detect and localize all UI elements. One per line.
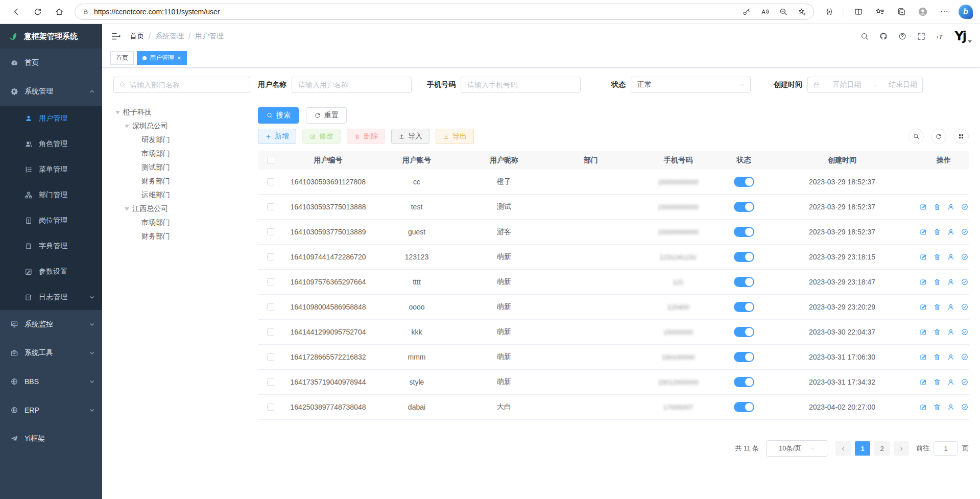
breadcrumb-system[interactable]: 系统管理 (155, 32, 184, 41)
status-toggle[interactable] (734, 327, 754, 337)
row-reset-password-icon[interactable] (947, 403, 955, 411)
sidebar-item-post-mgmt[interactable]: 岗位管理 (0, 208, 102, 233)
date-range-picker[interactable]: 开始日期 - 结束日期 (807, 77, 923, 93)
tree-node[interactable]: 橙子科技 (113, 105, 250, 119)
next-page-button[interactable]: › (894, 441, 909, 456)
fullscreen-icon[interactable] (917, 32, 926, 41)
row-assign-role-icon[interactable] (961, 253, 969, 261)
row-edit-icon[interactable] (919, 303, 927, 311)
row-assign-role-icon[interactable] (961, 353, 969, 361)
row-assign-role-icon[interactable] (961, 303, 969, 311)
row-delete-icon[interactable] (933, 403, 941, 411)
status-toggle[interactable] (734, 202, 754, 212)
row-reset-password-icon[interactable] (947, 303, 955, 311)
row-reset-password-icon[interactable] (947, 378, 955, 386)
password-icon[interactable] (742, 7, 751, 16)
caret-down-icon[interactable] (125, 207, 129, 210)
username-input[interactable] (298, 81, 405, 89)
sidebar-item-system-mgmt[interactable]: 系统管理 (0, 77, 102, 106)
sidebar-item-log-mgmt[interactable]: 日志管理 (0, 284, 102, 310)
caret-down-icon[interactable] (125, 125, 129, 128)
tree-node[interactable]: 深圳总公司 (113, 119, 250, 133)
row-checkbox[interactable] (267, 228, 274, 235)
status-toggle[interactable] (734, 352, 754, 362)
status-toggle[interactable] (734, 177, 754, 187)
row-reset-password-icon[interactable] (947, 203, 955, 211)
sidebar-item-bbs[interactable]: BBS (0, 367, 102, 396)
url-text[interactable]: https://ccnetcore.com:1101/system/user (94, 8, 737, 16)
row-assign-role-icon[interactable] (961, 203, 969, 211)
tree-node[interactable]: 研发部门 (113, 133, 250, 147)
sidebar-collapse-icon[interactable] (110, 31, 122, 42)
more-icon[interactable] (940, 7, 949, 16)
delete-button[interactable]: 删除 (347, 129, 385, 144)
tree-node[interactable]: 江西总公司 (113, 202, 250, 216)
row-checkbox[interactable] (267, 178, 274, 185)
status-toggle[interactable] (734, 377, 754, 387)
table-refresh-button[interactable] (931, 129, 946, 144)
zoom-out-icon[interactable] (779, 7, 788, 16)
browser-refresh-icon[interactable] (33, 7, 42, 16)
row-checkbox[interactable] (267, 303, 274, 311)
row-edit-icon[interactable] (919, 203, 927, 211)
row-delete-icon[interactable] (933, 328, 941, 336)
import-button[interactable]: 导入 (391, 129, 429, 144)
table-search-toggle-button[interactable] (909, 129, 924, 144)
row-reset-password-icon[interactable] (947, 253, 955, 261)
row-assign-role-icon[interactable] (961, 228, 969, 236)
tree-node[interactable]: 财务部门 (113, 229, 250, 243)
tree-node[interactable]: 运维部门 (113, 188, 250, 202)
status-toggle[interactable] (734, 402, 754, 412)
caret-down-icon[interactable] (115, 111, 120, 114)
row-delete-icon[interactable] (933, 253, 941, 261)
browser-home-icon[interactable] (55, 7, 64, 16)
row-checkbox[interactable] (267, 203, 274, 210)
table-columns-button[interactable] (953, 129, 969, 144)
row-edit-icon[interactable] (919, 403, 927, 411)
goto-page-input[interactable] (934, 441, 958, 456)
row-edit-icon[interactable] (919, 228, 927, 236)
user-avatar-logo[interactable]: Yj (954, 29, 972, 43)
prev-page-button[interactable]: ‹ (835, 441, 851, 456)
status-select[interactable]: 正常 (631, 77, 751, 93)
row-checkbox[interactable] (267, 253, 274, 260)
github-icon[interactable] (879, 32, 888, 41)
status-toggle[interactable] (734, 277, 754, 287)
row-delete-icon[interactable] (933, 228, 941, 236)
row-delete-icon[interactable] (933, 303, 941, 311)
page-size-select[interactable]: 10条/页 (766, 440, 828, 457)
row-edit-icon[interactable] (919, 278, 927, 286)
reset-button[interactable]: 重置 (306, 107, 347, 124)
favorite-add-icon[interactable] (797, 7, 806, 16)
copilot-icon[interactable]: b (959, 5, 973, 19)
row-reset-password-icon[interactable] (947, 278, 955, 286)
page-button-2[interactable]: 2 (874, 441, 890, 456)
status-toggle[interactable] (734, 227, 754, 237)
row-assign-role-icon[interactable] (961, 328, 969, 336)
tree-node[interactable]: 财务部门 (113, 174, 250, 188)
search-button[interactable]: 搜索 (258, 107, 299, 124)
status-toggle[interactable] (734, 252, 754, 262)
profile-avatar[interactable] (917, 6, 928, 17)
row-delete-icon[interactable] (933, 203, 941, 211)
tree-node[interactable]: 测试部门 (113, 160, 250, 174)
row-delete-icon[interactable] (933, 378, 941, 386)
row-edit-icon[interactable] (919, 253, 927, 261)
row-reset-password-icon[interactable] (947, 328, 955, 336)
sidebar-item-user-mgmt[interactable]: 用户管理 (0, 106, 102, 131)
sidebar-item-yi-framework[interactable]: Yi框架 (0, 424, 102, 453)
row-checkbox[interactable] (267, 328, 274, 336)
tab-user-mgmt[interactable]: 用户管理 × (137, 51, 187, 65)
page-button-1[interactable]: 1 (855, 441, 870, 456)
row-delete-icon[interactable] (933, 278, 941, 286)
row-reset-password-icon[interactable] (947, 353, 955, 361)
sidebar-item-erp[interactable]: ERP (0, 396, 102, 424)
font-size-icon[interactable]: TT (936, 32, 945, 41)
sidebar-item-role-mgmt[interactable]: 角色管理 (0, 131, 102, 157)
row-edit-icon[interactable] (919, 328, 927, 336)
row-checkbox[interactable] (267, 403, 274, 411)
breadcrumb-home[interactable]: 首页 (130, 32, 144, 41)
export-button[interactable]: 导出 (436, 129, 474, 144)
dept-search-input[interactable] (130, 81, 245, 89)
row-assign-role-icon[interactable] (961, 403, 969, 411)
